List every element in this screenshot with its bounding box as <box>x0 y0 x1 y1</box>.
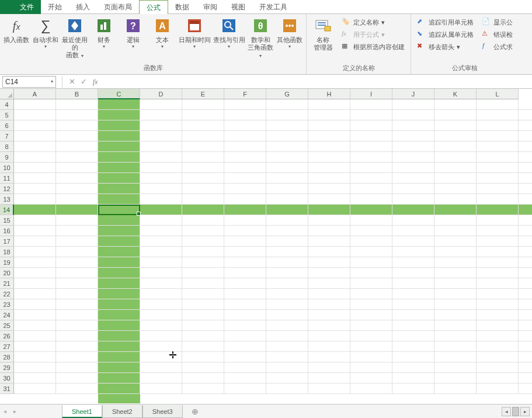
cell[interactable] <box>308 299 350 310</box>
cell[interactable] <box>266 278 308 289</box>
cell[interactable] <box>350 331 392 341</box>
cell[interactable] <box>182 247 224 257</box>
cell[interactable] <box>308 362 350 373</box>
cell[interactable] <box>14 215 56 226</box>
cell[interactable] <box>56 384 98 394</box>
cell[interactable] <box>392 163 434 173</box>
cell[interactable] <box>140 341 182 352</box>
name-box[interactable]: C14 ▾ <box>2 76 56 88</box>
cell[interactable] <box>14 373 56 384</box>
row-header[interactable]: 31 <box>0 384 14 394</box>
cell[interactable] <box>519 341 532 352</box>
cell[interactable] <box>14 184 56 194</box>
chevron-down-icon[interactable]: ▾ <box>51 79 53 84</box>
cell[interactable] <box>519 226 532 236</box>
cell[interactable] <box>308 257 350 268</box>
cell[interactable] <box>519 215 532 226</box>
column-header[interactable]: I <box>350 89 392 99</box>
cell[interactable] <box>392 331 434 341</box>
cell[interactable] <box>56 141 98 152</box>
tab-home[interactable]: 开始 <box>41 0 69 14</box>
cell[interactable] <box>14 152 56 163</box>
cell[interactable] <box>308 120 350 131</box>
cell[interactable] <box>140 205 182 215</box>
cell[interactable] <box>350 131 392 141</box>
cell[interactable] <box>519 268 532 278</box>
cell[interactable] <box>350 320 392 331</box>
cell[interactable] <box>224 247 266 257</box>
cell[interactable] <box>266 373 308 384</box>
cell[interactable] <box>14 257 56 268</box>
row-header[interactable]: 16 <box>0 226 14 236</box>
column-header[interactable]: J <box>392 89 434 99</box>
row-header[interactable]: 27 <box>0 341 14 352</box>
cell[interactable] <box>56 247 98 257</box>
cell[interactable] <box>98 184 140 194</box>
trace-dependents-button[interactable]: ⬊追踪从属单元格 <box>415 29 476 40</box>
cell[interactable] <box>434 310 477 320</box>
cell[interactable] <box>56 194 98 205</box>
cell[interactable] <box>14 362 56 373</box>
cell[interactable] <box>140 247 182 257</box>
cell[interactable] <box>56 152 98 163</box>
cell[interactable] <box>266 194 308 205</box>
cell[interactable] <box>140 152 182 163</box>
row-header[interactable]: 19 <box>0 257 14 268</box>
cell[interactable] <box>477 99 519 110</box>
cell[interactable] <box>224 163 266 173</box>
row-headers[interactable]: 4567891011121314151617181920212223242526… <box>0 99 14 394</box>
cell[interactable] <box>140 373 182 384</box>
cell[interactable] <box>140 99 182 110</box>
tab-file[interactable]: 文件 <box>13 0 41 14</box>
cell[interactable] <box>98 163 140 173</box>
cell[interactable] <box>140 352 182 362</box>
cell[interactable] <box>392 341 434 352</box>
logical-button[interactable]: ? 逻辑 ▾ <box>119 15 147 50</box>
cell[interactable] <box>477 152 519 163</box>
cell[interactable] <box>14 163 56 173</box>
cell[interactable] <box>477 173 519 184</box>
scroll-thumb[interactable] <box>512 407 519 416</box>
cell[interactable] <box>98 341 140 352</box>
cell[interactable] <box>56 257 98 268</box>
column-header[interactable]: G <box>266 89 308 99</box>
column-header[interactable]: B <box>56 89 98 99</box>
cell[interactable] <box>519 384 532 394</box>
cell[interactable] <box>98 99 140 110</box>
fx-button[interactable]: fx <box>89 77 101 87</box>
lookup-button[interactable]: 查找与引用 ▾ <box>213 15 245 50</box>
cell[interactable] <box>434 163 477 173</box>
cell[interactable] <box>14 205 56 215</box>
cell[interactable] <box>56 120 98 131</box>
cell[interactable] <box>14 99 56 110</box>
cell[interactable] <box>477 141 519 152</box>
cell[interactable] <box>98 331 140 341</box>
cell[interactable] <box>182 99 224 110</box>
cell[interactable] <box>224 152 266 163</box>
tab-review[interactable]: 审阅 <box>196 0 224 14</box>
cell[interactable] <box>350 99 392 110</box>
cell[interactable] <box>350 152 392 163</box>
cell[interactable] <box>14 278 56 289</box>
cell[interactable] <box>266 247 308 257</box>
cell[interactable] <box>140 236 182 247</box>
cell[interactable] <box>392 257 434 268</box>
cells-area[interactable] <box>14 99 532 394</box>
cell[interactable] <box>392 268 434 278</box>
cell[interactable] <box>519 289 532 299</box>
cell[interactable] <box>98 236 140 247</box>
cell[interactable] <box>308 373 350 384</box>
cell[interactable] <box>308 99 350 110</box>
row-header[interactable]: 25 <box>0 320 14 331</box>
cell[interactable] <box>266 331 308 341</box>
cell[interactable] <box>98 215 140 226</box>
cell[interactable] <box>308 215 350 226</box>
cell[interactable] <box>392 373 434 384</box>
cell[interactable] <box>266 152 308 163</box>
cell[interactable] <box>477 184 519 194</box>
sheet-tab-3[interactable]: Sheet3 <box>142 405 183 418</box>
tab-data[interactable]: 数据 <box>168 0 196 14</box>
select-all-corner[interactable] <box>0 89 14 99</box>
show-formulas-button[interactable]: 📄显示公 <box>479 16 515 28</box>
cell[interactable] <box>350 236 392 247</box>
